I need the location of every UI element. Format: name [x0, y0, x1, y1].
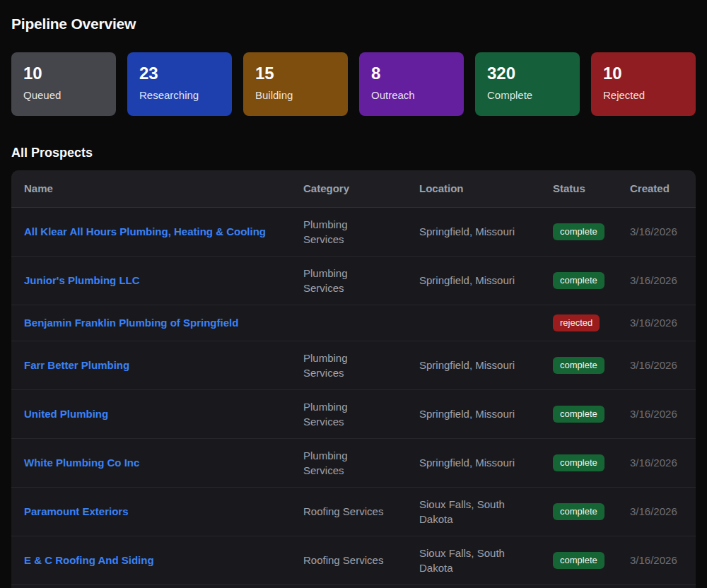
- prospect-category: Plumbing Services: [303, 266, 388, 295]
- prospect-created-date: 3/16/2026: [630, 389, 696, 438]
- status-badge: complete: [553, 552, 604, 569]
- table-row: United Plumbing Plumbing Services Spring…: [11, 389, 696, 438]
- prospect-created-date: 3/16/2026: [630, 487, 696, 536]
- stat-label: Building: [255, 88, 336, 102]
- stat-label: Rejected: [603, 88, 684, 102]
- prospect-category: Plumbing Services: [303, 351, 388, 380]
- stat-label: Researching: [139, 88, 220, 102]
- stat-card-complete: 320 Complete: [475, 52, 580, 116]
- stat-value: 10: [23, 63, 104, 84]
- column-header-category: Category: [303, 170, 419, 207]
- prospect-category: Roofing Services: [303, 553, 388, 568]
- status-badge: complete: [553, 454, 604, 471]
- prospects-table-body: All Klear All Hours Plumbing, Heating & …: [11, 207, 696, 584]
- prospect-category: Roofing Services: [303, 504, 388, 519]
- stat-value: 15: [255, 63, 336, 84]
- table-row: All Klear All Hours Plumbing, Heating & …: [11, 207, 696, 256]
- prospect-location: Springfield, Missouri: [419, 406, 528, 421]
- prospect-created-date: 3/16/2026: [630, 256, 696, 305]
- column-header-location: Location: [419, 170, 553, 207]
- stat-label: Outreach: [371, 88, 452, 102]
- prospect-location: Springfield, Missouri: [419, 358, 528, 372]
- status-badge: rejected: [553, 314, 600, 331]
- status-badge: complete: [553, 406, 604, 423]
- prospect-name-link[interactable]: Paramount Exteriors: [24, 504, 129, 519]
- stat-value: 320: [487, 63, 568, 84]
- stat-card-outreach: 8 Outreach: [359, 52, 464, 116]
- prospect-name-link[interactable]: United Plumbing: [24, 406, 108, 421]
- prospect-location: Springfield, Missouri: [419, 224, 528, 239]
- page-title: Pipeline Overview: [11, 16, 696, 33]
- prospect-created-date: 3/16/2026: [630, 207, 696, 256]
- stat-card-building: 15 Building: [243, 52, 348, 116]
- table-row: Farr Better Plumbing Plumbing Services S…: [11, 341, 696, 389]
- status-badge: complete: [553, 503, 604, 520]
- section-title-all-prospects: All Prospects: [11, 144, 696, 161]
- prospect-location: Sioux Falls, South Dakota: [419, 546, 528, 575]
- status-badge: complete: [553, 357, 604, 374]
- stat-value: 23: [139, 63, 220, 84]
- prospect-category: Plumbing Services: [303, 399, 388, 429]
- stat-value: 8: [371, 63, 452, 84]
- column-header-status: Status: [553, 170, 630, 207]
- stat-value: 10: [603, 63, 684, 84]
- prospect-name-link[interactable]: Farr Better Plumbing: [24, 358, 129, 372]
- stat-label: Complete: [487, 88, 568, 102]
- column-header-name: Name: [11, 170, 303, 207]
- table-row: E & C Roofing And Siding Roofing Service…: [11, 536, 696, 584]
- status-badge: complete: [553, 272, 604, 289]
- prospect-name-link[interactable]: Benjamin Franklin Plumbing of Springfiel…: [24, 315, 238, 330]
- prospect-name-link[interactable]: White Plumbing Co Inc: [24, 455, 139, 470]
- prospect-location: Sioux Falls, South Dakota: [419, 497, 528, 527]
- table-row: Benjamin Franklin Plumbing of Springfiel…: [11, 305, 696, 341]
- prospect-location: Springfield, Missouri: [419, 455, 528, 470]
- prospects-table: Name Category Location Status Created Al…: [11, 170, 696, 585]
- column-header-created: Created: [630, 170, 696, 207]
- table-row: Paramount Exteriors Roofing Services Sio…: [11, 487, 696, 536]
- stat-card-queued: 10 Queued: [11, 52, 116, 116]
- dashboard-page: Pipeline Overview 10 Queued 23 Researchi…: [0, 16, 707, 588]
- stat-card-researching: 23 Researching: [127, 52, 232, 116]
- prospect-category: Plumbing Services: [303, 217, 388, 247]
- prospect-name-link[interactable]: All Klear All Hours Plumbing, Heating & …: [24, 224, 266, 239]
- prospect-name-link[interactable]: Junior's Plumbing LLC: [24, 273, 140, 288]
- prospect-created-date: 3/16/2026: [630, 341, 696, 389]
- prospect-category: Plumbing Services: [303, 448, 388, 478]
- pipeline-stats-row: 10 Queued 23 Researching 15 Building 8 O…: [11, 52, 696, 116]
- prospect-created-date: 3/16/2026: [630, 305, 696, 341]
- prospects-table-card: Name Category Location Status Created Al…: [11, 170, 696, 588]
- stat-card-rejected: 10 Rejected: [591, 52, 696, 116]
- table-row: White Plumbing Co Inc Plumbing Services …: [11, 438, 696, 487]
- status-badge: complete: [553, 223, 604, 240]
- prospect-created-date: 3/16/2026: [630, 536, 696, 584]
- prospects-table-header: Name Category Location Status Created: [11, 170, 696, 207]
- table-row: Junior's Plumbing LLC Plumbing Services …: [11, 256, 696, 305]
- prospect-created-date: 3/16/2026: [630, 438, 696, 487]
- prospect-name-link[interactable]: E & C Roofing And Siding: [24, 553, 154, 568]
- prospect-location: Springfield, Missouri: [419, 273, 528, 288]
- stat-label: Queued: [23, 88, 104, 102]
